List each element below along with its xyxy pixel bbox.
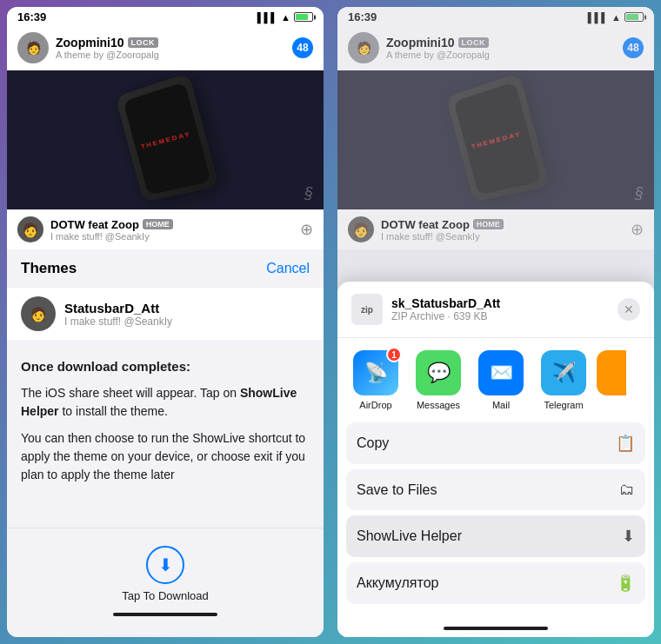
wifi-icon: ▲ (281, 12, 290, 23)
creator-handle-left: I make stuff! @SeankIy (50, 231, 293, 242)
creator-info-left: DOTW feat Zoop HOME I make stuff! @Seank… (50, 218, 293, 242)
share-app-telegram[interactable]: ✈️ Telegram (534, 350, 593, 410)
theme-image-left: THEMEDAY § (7, 70, 324, 209)
instructions-heading: Once download completes: (21, 357, 310, 377)
left-phone-panel: 16:39 ▌▌▌ ▲ 🧑 Zoopmini10 LOCK A theme by… (7, 7, 324, 637)
share-action-akkumulator[interactable]: Аккумулятор 🔋 (346, 562, 645, 604)
profile-sub-left: A theme by @Zooropalg (56, 50, 285, 60)
status-time-left: 16:39 (17, 10, 46, 23)
creator-avatar-left: 🧑 (17, 216, 43, 242)
status-bar-left: 16:39 ▌▌▌ ▲ (7, 7, 324, 25)
notification-badge-left: 48 (292, 37, 313, 58)
username-left: Zoopmini10 (56, 36, 124, 50)
messages-icon: 💬 (416, 350, 461, 395)
share-sheet: zip sk_StatusbarD_Att ZIP Archive · 639 … (337, 282, 654, 637)
showlive-label: ShowLive Helper (357, 528, 462, 544)
share-apps-row: 📡 1 AirDrop 💬 Messages ✉️ Mail (337, 338, 654, 422)
telegram-label: Telegram (544, 400, 583, 410)
copy-label: Copy (357, 435, 389, 451)
share-app-partial[interactable]: . (597, 350, 626, 410)
airdrop-icon: 📡 1 (353, 350, 398, 395)
file-name: sk_StatusbarD_Att (391, 296, 609, 310)
creator-card-info: StatusbarD_Att I make stuff! @SeankIy (64, 301, 172, 328)
share-app-messages[interactable]: 💬 Messages (409, 350, 468, 410)
save-files-label: Save to Files (357, 482, 437, 498)
telegram-icon: ✈️ (541, 350, 586, 395)
share-action-save-files[interactable]: Save to Files 🗂 (346, 469, 645, 510)
messages-label: Messages (417, 400, 460, 410)
akkumulator-label: Аккумулятор (357, 575, 438, 591)
share-file-header: zip sk_StatusbarD_Att ZIP Archive · 639 … (337, 282, 654, 338)
themes-header: Themes Cancel (7, 249, 324, 284)
avatar-left: 🧑 (17, 32, 49, 63)
share-action-showlive[interactable]: ShowLive Helper ⬇ (346, 515, 645, 557)
zip-icon: zip (351, 294, 383, 325)
airdrop-label: AirDrop (359, 400, 391, 410)
profile-header-left: 🧑 Zoopmini10 LOCK A theme by @Zooropalg … (7, 25, 324, 70)
share-sheet-close-button[interactable]: ✕ (618, 298, 640, 321)
copy-icon: 📋 (616, 434, 635, 453)
phone-mockup-left: THEMEDAY (116, 73, 219, 202)
home-indicator-right (444, 627, 548, 630)
battery-icon (294, 12, 313, 22)
mail-icon: ✉️ (478, 350, 524, 395)
instructions: Once download completes: The iOS share s… (7, 343, 324, 507)
phone-screen-left: THEMEDAY (123, 82, 210, 195)
watermark-left: § (304, 184, 313, 202)
instructions-p2: You can then choose to run the ShowLive … (21, 429, 310, 484)
akkumulator-icon: 🔋 (616, 574, 635, 593)
partial-app-icon (597, 350, 626, 395)
creator-card-name: StatusbarD_Att (64, 301, 172, 315)
creator-card-handle: I make stuff! @SeankIy (64, 315, 172, 328)
mail-label: Mail (492, 400, 510, 410)
airdrop-badge: 1 (386, 347, 402, 362)
home-indicator-left (113, 613, 217, 616)
instructions-p1: The iOS share sheet will appear. Tap on … (21, 384, 310, 421)
status-icons-left: ▌▌▌ ▲ (257, 12, 313, 23)
download-circle[interactable]: ⬇ (146, 546, 184, 584)
right-phone-panel: 16:39 ▌▌▌ ▲ 🧑 Zoopmini10 LOCK A theme by… (337, 7, 654, 637)
profile-name-left: Zoopmini10 LOCK (56, 36, 285, 50)
showlive-icon: ⬇ (622, 527, 635, 546)
download-section: ⬇ Tap To Download (7, 528, 324, 637)
save-files-icon: 🗂 (619, 481, 635, 499)
creator-name-text-left: DOTW feat Zoop (50, 218, 139, 231)
download-label[interactable]: Tap To Download (122, 589, 209, 602)
creator-card: 🧑 StatusbarD_Att I make stuff! @SeankIy (7, 288, 324, 340)
file-meta: ZIP Archive · 639 KB (391, 310, 609, 322)
search-icon-left[interactable]: ⊕ (300, 220, 313, 239)
profile-info-left: Zoopmini10 LOCK A theme by @Zooropalg (56, 36, 285, 60)
cancel-button[interactable]: Cancel (266, 261, 310, 276)
creator-card-avatar: 🧑 (21, 296, 56, 331)
creator-name-left: DOTW feat Zoop HOME (50, 218, 293, 231)
home-badge-left: HOME (143, 219, 173, 229)
share-actions-list: Copy 📋 Save to Files 🗂 ShowLive Helper ⬇… (337, 422, 654, 616)
creator-bar-left: 🧑 DOTW feat Zoop HOME I make stuff! @Sea… (7, 209, 324, 249)
share-app-mail[interactable]: ✉️ Mail (471, 350, 531, 410)
lock-badge-left: LOCK (128, 37, 159, 48)
signal-icon: ▌▌▌ (257, 12, 277, 23)
file-info: sk_StatusbarD_Att ZIP Archive · 639 KB (391, 296, 609, 322)
share-app-airdrop[interactable]: 📡 1 AirDrop (346, 350, 405, 410)
themes-title: Themes (21, 260, 77, 277)
share-action-copy[interactable]: Copy 📋 (346, 422, 645, 464)
